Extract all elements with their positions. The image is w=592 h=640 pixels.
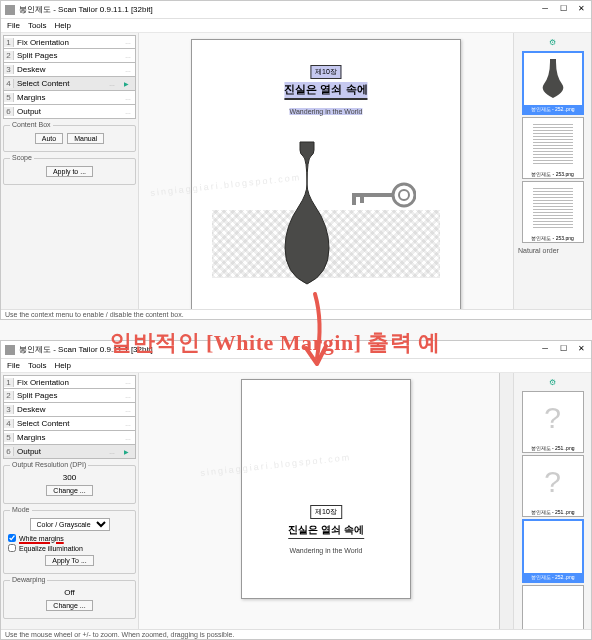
menu-tools[interactable]: Tools bbox=[28, 361, 47, 370]
page-illustration bbox=[212, 128, 440, 308]
workspace: 1Fix Orientation… 2Split Pages… 3Deskew…… bbox=[1, 33, 591, 309]
step-deskew[interactable]: 3Deskew… bbox=[3, 403, 136, 417]
apply-mode-button[interactable]: Apply To ... bbox=[45, 555, 94, 566]
change-dewarp-button[interactable]: Change ... bbox=[46, 600, 92, 611]
sidebar: 1Fix Orientation… 2Split Pages… 3Deskew…… bbox=[1, 373, 139, 629]
white-margins-checkbox[interactable] bbox=[8, 534, 16, 542]
thumbnail[interactable]: ?봉인제도 - 251..png bbox=[522, 391, 584, 453]
gear-icon[interactable]: ⚙ bbox=[516, 35, 589, 49]
thumbnail-panel: ⚙ ?봉인제도 - 251..png ?봉인제도 - 251..png 봉인제도… bbox=[513, 373, 591, 629]
thumbnail[interactable]: 봉인제도 - 252..png bbox=[522, 585, 584, 629]
minimize-button[interactable]: ─ bbox=[537, 1, 553, 15]
titlebar[interactable]: 봉인제도 - Scan Tailor 0.9.11.1 [32bit] ─ ☐ … bbox=[1, 1, 591, 19]
svg-rect-2 bbox=[352, 193, 394, 197]
minimize-button[interactable]: ─ bbox=[537, 341, 553, 355]
step-fix-orientation[interactable]: 1Fix Orientation… bbox=[3, 35, 136, 49]
top-app-window: 봉인제도 - Scan Tailor 0.9.11.1 [32bit] ─ ☐ … bbox=[0, 0, 592, 320]
auto-button[interactable]: Auto bbox=[35, 133, 63, 144]
color-mode-select[interactable]: Color / Grayscale bbox=[30, 518, 110, 531]
chapter-label: 제10장 bbox=[310, 505, 342, 519]
key-illustration bbox=[346, 178, 416, 212]
play-icon[interactable] bbox=[119, 446, 133, 458]
menu-tools[interactable]: Tools bbox=[28, 21, 47, 30]
thumbnail[interactable]: ?봉인제도 - 251..png bbox=[522, 455, 584, 517]
bottom-app-window: 봉인제도 - Scan Tailor 0.9.11.1 [32bit] ─ ☐ … bbox=[0, 340, 592, 640]
menu-help[interactable]: Help bbox=[55, 21, 71, 30]
step-list: 1Fix Orientation… 2Split Pages… 3Deskew…… bbox=[3, 35, 136, 119]
vertical-scrollbar[interactable] bbox=[499, 373, 513, 629]
menu-file[interactable]: File bbox=[7, 361, 20, 370]
menu-file[interactable]: File bbox=[7, 21, 20, 30]
chapter-title: 진실은 열쇠 속에 bbox=[288, 523, 364, 539]
menubar: File Tools Help bbox=[1, 359, 591, 373]
chapter-subtitle: Wandering in the World bbox=[290, 547, 363, 554]
svg-rect-3 bbox=[352, 197, 356, 205]
thumbnail-panel: ⚙ 봉인제도 - 252..png 봉인제도 - 253.png 봉인제도 - … bbox=[513, 33, 591, 309]
app-icon bbox=[5, 5, 15, 15]
statusbar: Use the context menu to enable / disable… bbox=[1, 309, 591, 319]
dewarp-value: Off bbox=[64, 588, 75, 597]
step-fix-orientation[interactable]: 1Fix Orientation… bbox=[3, 375, 136, 389]
statusbar: Use the mouse wheel or +/- to zoom. When… bbox=[1, 629, 591, 639]
dewarp-panel: Dewarping Off Change ... bbox=[3, 580, 136, 619]
scope-panel: Scope Apply to ... bbox=[3, 158, 136, 185]
menu-help[interactable]: Help bbox=[55, 361, 71, 370]
gear-icon[interactable]: ⚙ bbox=[516, 375, 589, 389]
menubar: File Tools Help bbox=[1, 19, 591, 33]
thumbnail[interactable]: 봉인제도 - 252..png bbox=[522, 51, 584, 115]
sidebar: 1Fix Orientation… 2Split Pages… 3Deskew…… bbox=[1, 33, 139, 309]
page-preview: 제10장 진실은 열쇠 속에 Wandering in the World bbox=[241, 379, 411, 599]
thumbnail[interactable]: 봉인제도 - 253.png bbox=[522, 181, 584, 243]
step-select-content[interactable]: 4Select Content… bbox=[3, 77, 136, 91]
step-select-content[interactable]: 4Select Content… bbox=[3, 417, 136, 431]
equalize-label: Equalize illumination bbox=[19, 545, 83, 552]
resolution-panel: Output Resolution (DPI) 300 Change ... bbox=[3, 465, 136, 504]
maximize-button[interactable]: ☐ bbox=[555, 1, 571, 15]
app-icon bbox=[5, 345, 15, 355]
chapter-label: 제10장 bbox=[310, 65, 342, 79]
mode-panel: Mode Color / Grayscale White margins Equ… bbox=[3, 510, 136, 574]
maximize-button[interactable]: ☐ bbox=[555, 341, 571, 355]
play-icon[interactable] bbox=[119, 78, 133, 90]
step-list: 1Fix Orientation… 2Split Pages… 3Deskew…… bbox=[3, 375, 136, 459]
step-deskew[interactable]: 3Deskew… bbox=[3, 63, 136, 77]
annotation-text: 일반적인 [White Margin] 출력 예 bbox=[110, 328, 441, 358]
step-output[interactable]: 6Output… bbox=[3, 445, 136, 459]
change-dpi-button[interactable]: Change ... bbox=[46, 485, 92, 496]
step-split-pages[interactable]: 2Split Pages… bbox=[3, 389, 136, 403]
page-preview-area[interactable]: 제10장 진실은 열쇠 속에 Wandering in the World bbox=[139, 33, 513, 309]
svg-point-1 bbox=[399, 190, 409, 200]
thumbnail[interactable]: 봉인제도 - 253.png bbox=[522, 117, 584, 179]
equalize-checkbox[interactable] bbox=[8, 544, 16, 552]
step-output[interactable]: 6Output… bbox=[3, 105, 136, 119]
vase-illustration bbox=[272, 140, 342, 290]
close-button[interactable]: ✕ bbox=[573, 1, 589, 15]
svg-point-0 bbox=[393, 184, 415, 206]
page-preview: 제10장 진실은 열쇠 속에 Wandering in the World bbox=[191, 39, 461, 309]
workspace: 1Fix Orientation… 2Split Pages… 3Deskew…… bbox=[1, 373, 591, 629]
apply-to-button[interactable]: Apply to ... bbox=[46, 166, 93, 177]
close-button[interactable]: ✕ bbox=[573, 341, 589, 355]
content-box-panel: Content Box Auto Manual bbox=[3, 125, 136, 152]
thumbnail[interactable]: 봉인제도 - 252..png bbox=[522, 519, 584, 583]
thumb-order-label[interactable]: Natural order bbox=[516, 245, 589, 256]
chapter-title: 진실은 열쇠 속에 bbox=[284, 82, 367, 100]
white-margins-label: White margins bbox=[19, 535, 64, 542]
step-margins[interactable]: 5Margins… bbox=[3, 431, 136, 445]
step-margins[interactable]: 5Margins… bbox=[3, 91, 136, 105]
page-preview-area[interactable]: Output 제10장 진실은 열쇠 속에 Wandering in the W… bbox=[139, 373, 513, 629]
window-title: 봉인제도 - Scan Tailor 0.9.11.1 [32bit] bbox=[19, 4, 153, 15]
svg-rect-4 bbox=[360, 197, 364, 203]
step-split-pages[interactable]: 2Split Pages… bbox=[3, 49, 136, 63]
chapter-subtitle: Wandering in the World bbox=[290, 108, 363, 115]
dpi-value: 300 bbox=[63, 473, 76, 482]
manual-button[interactable]: Manual bbox=[67, 133, 104, 144]
